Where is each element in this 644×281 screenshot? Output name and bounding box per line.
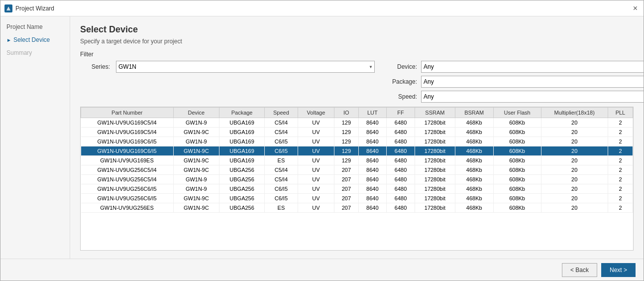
col-user-flash: User Flash bbox=[493, 108, 541, 118]
table-row[interactable]: GW1N-UV9UG169C6/I5GW1N-9UBGA169C6/I5UV12… bbox=[81, 137, 633, 146]
table-cell: UBGA169 bbox=[219, 146, 265, 156]
table-row[interactable]: GW1N-UV9UG256C5/I4GW1N-9CUBGA256C5/I4UV2… bbox=[81, 165, 633, 175]
table-cell: 207 bbox=[334, 184, 358, 194]
table-row[interactable]: GW1N-UV9UG256ESGW1N-9CUBGA256ESUV2078640… bbox=[81, 203, 633, 213]
table-cell: GW1N-UV9UG256C6/I5 bbox=[81, 194, 174, 203]
col-device: Device bbox=[173, 108, 219, 118]
table-cell: GW1N-UV9UG256C6/I5 bbox=[81, 184, 174, 194]
series-filter-row: Series: GW1N GW2N GW5N bbox=[80, 61, 375, 73]
arrow-icon: ► bbox=[6, 37, 11, 43]
table-cell: 608Kb bbox=[493, 128, 541, 137]
table-cell: GW1N-UV9UG256C5/I4 bbox=[81, 175, 174, 184]
table-row[interactable]: GW1N-UV9UG256C5/I4GW1N-9UBGA256C5/I4UV20… bbox=[81, 175, 633, 184]
table-cell: 468Kb bbox=[455, 175, 493, 184]
table-cell: 608Kb bbox=[493, 118, 541, 128]
table-cell: GW1N-9C bbox=[173, 128, 219, 137]
device-filter-row: Device: Any GW1N-9 GW1N-9C bbox=[385, 61, 644, 73]
next-button[interactable]: Next > bbox=[601, 263, 636, 277]
table-cell: 20 bbox=[541, 184, 608, 194]
table-cell: 608Kb bbox=[493, 194, 541, 203]
table-cell: UV bbox=[298, 146, 334, 156]
table-cell: ES bbox=[265, 156, 298, 165]
table-cell: 17280bit bbox=[415, 137, 455, 146]
table-cell: 6480 bbox=[387, 184, 415, 194]
table-cell: 468Kb bbox=[455, 137, 493, 146]
table-cell: 468Kb bbox=[455, 203, 493, 213]
project-name-label: Project Name bbox=[6, 23, 43, 30]
series-select[interactable]: GW1N GW2N GW5N bbox=[116, 61, 375, 73]
sidebar-item-select-device[interactable]: ► Select Device bbox=[0, 33, 70, 46]
package-filter-row: Package: Any UBGA169 UBGA256 bbox=[385, 76, 644, 88]
table-cell: 468Kb bbox=[455, 128, 493, 137]
table-cell: 17280bit bbox=[415, 203, 455, 213]
table-cell: 17280bit bbox=[415, 194, 455, 203]
left-filters: Series: GW1N GW2N GW5N bbox=[80, 61, 375, 76]
table-cell: 2 bbox=[608, 137, 633, 146]
summary-label: Summary bbox=[6, 49, 32, 56]
speed-select-wrapper: Any C5/I4 C6/I5 ES bbox=[421, 91, 644, 103]
table-cell: 608Kb bbox=[493, 146, 541, 156]
table-cell: GW1N-9C bbox=[173, 146, 219, 156]
table-row[interactable]: GW1N-UV9UG256C6/I5GW1N-9UBGA256C6/I5UV20… bbox=[81, 184, 633, 194]
table-cell: 608Kb bbox=[493, 184, 541, 194]
table-cell: GW1N-UV9UG169C5/I4 bbox=[81, 128, 174, 137]
table-cell: 468Kb bbox=[455, 184, 493, 194]
speed-select[interactable]: Any C5/I4 C6/I5 ES bbox=[421, 91, 644, 103]
speed-filter-row: Speed: Any C5/I4 C6/I5 ES bbox=[385, 91, 644, 103]
table-cell: 8640 bbox=[358, 128, 387, 137]
table-cell: 468Kb bbox=[455, 194, 493, 203]
table-row[interactable]: GW1N-UV9UG256C6/I5GW1N-9CUBGA256C6/I5UV2… bbox=[81, 194, 633, 203]
back-button[interactable]: < Back bbox=[562, 263, 597, 277]
table-cell: 6480 bbox=[387, 137, 415, 146]
table-cell: C6/I5 bbox=[265, 194, 298, 203]
package-select[interactable]: Any UBGA169 UBGA256 bbox=[421, 76, 644, 88]
table-cell: GW1N-UV9UG169C6/I5 bbox=[81, 137, 174, 146]
sidebar-item-summary[interactable]: Summary bbox=[0, 46, 70, 59]
table-cell: 17280bit bbox=[415, 156, 455, 165]
table-cell: 2 bbox=[608, 146, 633, 156]
device-select[interactable]: Any GW1N-9 GW1N-9C bbox=[421, 61, 644, 73]
sidebar-item-project-name[interactable]: Project Name bbox=[0, 20, 70, 33]
col-pll: PLL bbox=[608, 108, 633, 118]
device-select-wrapper: Any GW1N-9 GW1N-9C bbox=[421, 61, 644, 73]
table-row[interactable]: GW1N-UV9UG169ESGW1N-9CUBGA169ESUV1298640… bbox=[81, 156, 633, 165]
close-button[interactable]: × bbox=[631, 3, 640, 13]
table-cell: C5/I4 bbox=[265, 128, 298, 137]
table-cell: 129 bbox=[334, 156, 358, 165]
table-cell: 20 bbox=[541, 194, 608, 203]
table-cell: C5/I4 bbox=[265, 165, 298, 175]
table-cell: 2 bbox=[608, 194, 633, 203]
package-select-wrapper: Any UBGA169 UBGA256 bbox=[421, 76, 644, 88]
col-multiplier: Multiplier(18x18) bbox=[541, 108, 608, 118]
table-cell: 468Kb bbox=[455, 165, 493, 175]
table-cell: 129 bbox=[334, 137, 358, 146]
table-cell: 20 bbox=[541, 165, 608, 175]
svg-marker-0 bbox=[6, 6, 10, 10]
speed-label: Speed: bbox=[385, 93, 417, 100]
table-cell: 17280bit bbox=[415, 146, 455, 156]
device-table: Part Number Device Package Speed Voltage… bbox=[81, 107, 633, 213]
table-cell: 17280bit bbox=[415, 184, 455, 194]
table-cell: 6480 bbox=[387, 128, 415, 137]
table-cell: 2 bbox=[608, 175, 633, 184]
table-cell: 468Kb bbox=[455, 156, 493, 165]
content-area: Project Name ► Select Device Summary Sel… bbox=[0, 16, 644, 259]
table-row[interactable]: GW1N-UV9UG169C5/I4GW1N-9CUBGA169C5/I4UV1… bbox=[81, 128, 633, 137]
table-cell: 129 bbox=[334, 128, 358, 137]
table-cell: 2 bbox=[608, 165, 633, 175]
table-cell: 20 bbox=[541, 175, 608, 184]
table-row[interactable]: GW1N-UV9UG169C5/I4GW1N-9UBGA169C5/I4UV12… bbox=[81, 118, 633, 128]
table-cell: 17280bit bbox=[415, 128, 455, 137]
table-cell: C6/I5 bbox=[265, 184, 298, 194]
table-cell: 2 bbox=[608, 184, 633, 194]
table-cell: UV bbox=[298, 137, 334, 146]
table-cell: 129 bbox=[334, 146, 358, 156]
table-cell: 6480 bbox=[387, 156, 415, 165]
table-cell: 608Kb bbox=[493, 156, 541, 165]
project-wizard-window: Project Wizard × Project Name ► Select D… bbox=[0, 0, 644, 281]
table-cell: UV bbox=[298, 165, 334, 175]
table-row[interactable]: GW1N-UV9UG169C6/I5GW1N-9CUBGA169C6/I5UV1… bbox=[81, 146, 633, 156]
table-cell: 207 bbox=[334, 175, 358, 184]
table-cell: 6480 bbox=[387, 194, 415, 203]
table-cell: UV bbox=[298, 128, 334, 137]
